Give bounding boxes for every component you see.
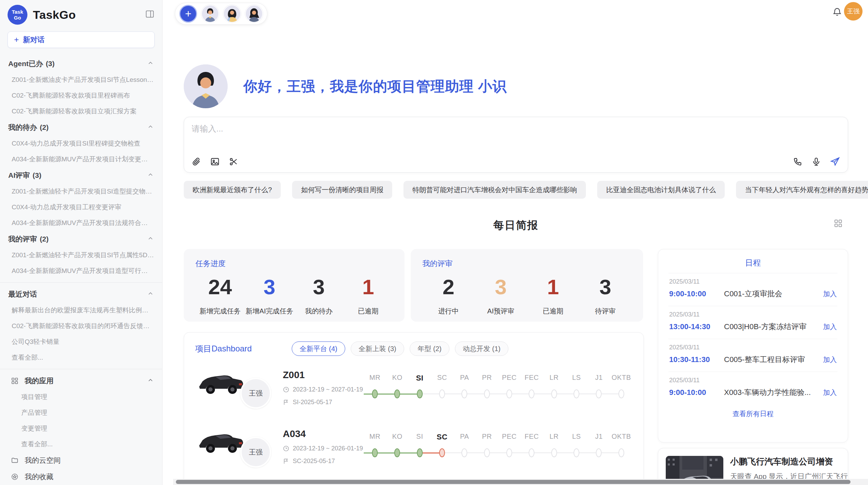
project-row[interactable]: 王强 A034 2023-12-19 ~ 2026-01-19 SC-2025-… bbox=[195, 420, 632, 474]
app-item-project-mgmt[interactable]: 项目管理 bbox=[0, 389, 162, 405]
group-title: AI评审 bbox=[8, 171, 30, 180]
agent-avatar[interactable] bbox=[223, 5, 241, 23]
suggestion-chip[interactable]: 特朗普可能对进口汽车增税会对中国车企造成哪些影响 bbox=[403, 181, 586, 199]
send-icon[interactable] bbox=[830, 157, 840, 167]
milestone-dot bbox=[484, 389, 490, 398]
daily-briefing-title: 每日简报 bbox=[493, 219, 539, 231]
view-all-link[interactable]: 查看全部... bbox=[0, 350, 162, 365]
sidebar-group-my-todo[interactable]: 我的待办 (2) bbox=[0, 119, 162, 136]
agent-avatar[interactable] bbox=[245, 5, 263, 23]
new-chat-button[interactable]: + 新对话 bbox=[8, 32, 155, 48]
join-button[interactable]: 加入 bbox=[823, 388, 837, 397]
recent-chat-item[interactable]: 公司Q3轻卡销量 bbox=[0, 334, 162, 350]
schedule-card: 日程 2025/03/11 9:00-10:00 C001-立项审批会 加入 2… bbox=[658, 249, 848, 443]
app-item-product-mgmt[interactable]: 产品管理 bbox=[0, 405, 162, 421]
sidebar-item[interactable]: A034-全新新能源MUV产品开发项目计划变更表编写 bbox=[0, 151, 162, 167]
stat-label: 已逾期 bbox=[527, 307, 579, 316]
notification-bell-icon[interactable] bbox=[832, 7, 842, 18]
join-button[interactable]: 加入 bbox=[823, 289, 837, 299]
milestone-dot-done bbox=[372, 448, 378, 457]
stat-value: 24 bbox=[195, 274, 245, 300]
suggestion-chip[interactable]: 欧洲新规最近颁布了什么? bbox=[184, 181, 281, 199]
recent-chat-item[interactable]: 解释最新出台的欧盟报废车法规再生塑料比例被调到15%... bbox=[0, 302, 162, 318]
chevron-up-icon[interactable] bbox=[147, 290, 154, 299]
project-dashboard-card: 项目Dashboard 全新平台 (4) 全新上装 (3) 年型 (2) 动总开… bbox=[184, 332, 644, 485]
sidebar-group-recent[interactable]: 最近对话 bbox=[0, 286, 162, 302]
sidebar-item[interactable]: C0X4-动力总成开发项目SI里程碑提交物检查 bbox=[0, 136, 162, 151]
sidebar-item-cloud-space[interactable]: 我的云空间 bbox=[0, 452, 162, 469]
user-avatar[interactable]: 王强 bbox=[844, 2, 863, 21]
sidebar-item[interactable]: Z001-全新燃油皮卡产品开发项目SI节点Lesson Learn报告 bbox=[0, 72, 162, 88]
clock-icon bbox=[283, 445, 289, 452]
main-area: + 王强 你好，王强，我是你的项目管理助理 小识 bbox=[162, 0, 868, 485]
schedule-time: 9:00-10:00 bbox=[669, 388, 724, 397]
sidebar-collapse-icon[interactable] bbox=[145, 9, 155, 20]
scissors-icon[interactable] bbox=[229, 157, 238, 166]
milestone-label-current: SI bbox=[409, 374, 431, 383]
logo-text-top: Task bbox=[12, 9, 23, 15]
sidebar-item-my-apps[interactable]: 我的应用 bbox=[0, 373, 162, 389]
join-button[interactable]: 加入 bbox=[823, 322, 837, 332]
view-all-link[interactable]: 查看全部... bbox=[0, 436, 162, 452]
truck-image bbox=[195, 423, 246, 461]
sidebar-item[interactable]: C0X4-动力总成开发项目工程变更评审 bbox=[0, 199, 162, 215]
schedule-name: C001-立项审批会 bbox=[724, 289, 819, 299]
agent-avatar[interactable] bbox=[201, 5, 219, 23]
suggestion-chip[interactable]: 如何写一份清晰的项目周报 bbox=[292, 181, 392, 199]
sidebar-group-my-review[interactable]: 我的评审 (2) bbox=[0, 231, 162, 247]
sidebar-item-favorites[interactable]: 我的收藏 bbox=[0, 469, 162, 485]
chat-input[interactable] bbox=[192, 123, 840, 147]
horizontal-scrollbar[interactable] bbox=[173, 479, 868, 485]
chevron-up-icon[interactable] bbox=[147, 171, 154, 180]
app-item-change-mgmt[interactable]: 变更管理 bbox=[0, 421, 162, 436]
briefing-layout-icon[interactable] bbox=[834, 219, 843, 229]
stat-value: 3 bbox=[579, 274, 632, 300]
sidebar-item[interactable]: A034-全新新能源MUV产品开发项目法规符合性评审 bbox=[0, 215, 162, 231]
sidebar-group-agent-done[interactable]: Agent已办 (3) bbox=[0, 55, 162, 72]
tab-powertrain[interactable]: 动总开发 (1) bbox=[455, 341, 508, 356]
attachment-icon[interactable] bbox=[192, 157, 201, 166]
my-apps-label: 我的应用 bbox=[25, 376, 53, 386]
tab-year-model[interactable]: 年型 (2) bbox=[410, 341, 449, 356]
sidebar-item[interactable]: Z001-全新燃油轻卡产品开发项目SI节点属性5D文件评审 bbox=[0, 247, 162, 263]
tab-new-body[interactable]: 全新上装 (3) bbox=[351, 341, 404, 356]
task-progress-card: 任务进度 24新增完成任务 3新增AI完成任务 3我的待办 1已逾期 bbox=[184, 249, 405, 322]
suggestion-chip[interactable]: 当下年轻人对汽车外观有怎样的喜好趋势 bbox=[736, 181, 868, 199]
milestone-dot bbox=[574, 448, 579, 457]
scrollbar-thumb[interactable] bbox=[176, 480, 851, 484]
chevron-up-icon[interactable] bbox=[147, 123, 154, 132]
chevron-up-icon[interactable] bbox=[147, 377, 154, 385]
schedule-name: C005-整车工程目标评审 bbox=[724, 355, 819, 365]
stat-label: 新增AI完成任务 bbox=[245, 307, 294, 316]
recent-chat-item[interactable]: C02-飞腾新能源轻客改款项目的闭环通告反馈情况 bbox=[0, 318, 162, 334]
chat-input-card bbox=[184, 117, 848, 173]
microphone-icon[interactable] bbox=[811, 157, 821, 166]
new-chat-label: 新对话 bbox=[23, 35, 45, 45]
sidebar-item[interactable]: Z001-全新燃油轻卡产品开发项目SI造型提交物评审 bbox=[0, 184, 162, 199]
project-row[interactable]: 王强 Z001 2023-12-19 ~ 2027-01-19 SI-2025-… bbox=[195, 361, 632, 415]
schedule-date: 2025/03/11 bbox=[669, 344, 837, 351]
milestone-label: SI bbox=[409, 433, 431, 442]
sidebar-item[interactable]: C02-飞腾新能源轻客改款项目立项汇报方案 bbox=[0, 103, 162, 119]
grid-icon bbox=[11, 377, 19, 385]
tab-new-platform[interactable]: 全新平台 (4) bbox=[292, 341, 345, 356]
milestone-label: KO bbox=[386, 374, 408, 383]
image-icon[interactable] bbox=[210, 157, 220, 166]
milestone-label-current: SC bbox=[431, 433, 453, 442]
sidebar-group-ai-review[interactable]: AI评审 (3) bbox=[0, 167, 162, 184]
stat-value: 3 bbox=[245, 274, 294, 300]
sidebar-item[interactable]: A034-全新新能源MUV产品开发项目造型可行性评审 bbox=[0, 263, 162, 279]
join-button[interactable]: 加入 bbox=[823, 355, 837, 364]
suggestion-chip[interactable]: 比亚迪全固态电池计划具体说了什么 bbox=[597, 181, 725, 199]
view-all-schedule-link[interactable]: 查看所有日程 bbox=[668, 409, 837, 419]
chevron-up-icon[interactable] bbox=[147, 235, 154, 244]
group-title: 我的待办 bbox=[8, 123, 37, 132]
milestone-dot-done bbox=[394, 448, 400, 457]
milestone-dot bbox=[551, 448, 557, 457]
group-title: Agent已办 bbox=[8, 59, 43, 69]
phone-icon[interactable] bbox=[793, 157, 803, 166]
add-agent-button[interactable]: + bbox=[179, 5, 197, 23]
sidebar-item[interactable]: C02-飞腾新能源轻客改款项目里程碑画布 bbox=[0, 88, 162, 103]
stat-value: 3 bbox=[294, 274, 343, 300]
chevron-up-icon[interactable] bbox=[147, 60, 154, 68]
